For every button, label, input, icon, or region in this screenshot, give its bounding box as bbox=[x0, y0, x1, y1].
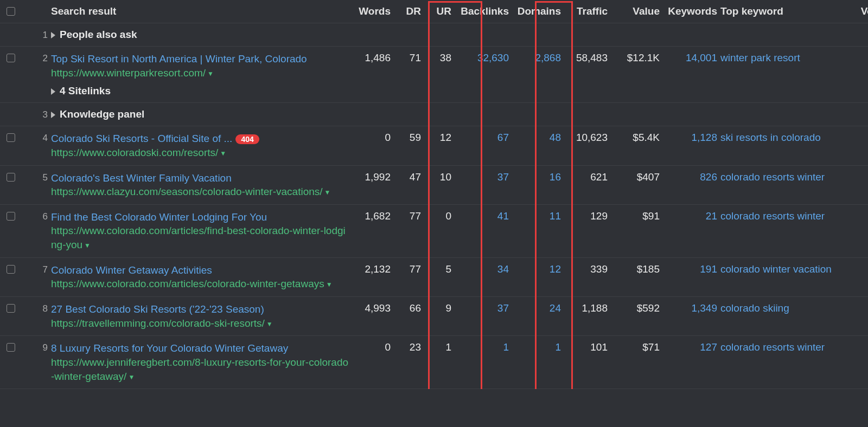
top-keyword-link[interactable]: colorado skiing bbox=[720, 302, 845, 314]
col-backlinks[interactable]: Backlinks bbox=[455, 5, 509, 17]
metric-keywords[interactable]: 1,349 bbox=[663, 302, 717, 314]
metric-traffic: 10,623 bbox=[564, 132, 608, 144]
metric-domains[interactable]: 1 bbox=[512, 341, 561, 353]
rank-number: 9 bbox=[31, 341, 48, 353]
col-traffic[interactable]: Traffic bbox=[564, 5, 608, 17]
metric-backlinks[interactable]: 1 bbox=[455, 341, 509, 353]
table-header-row: Search result Words DR UR Backlinks Doma… bbox=[0, 0, 868, 23]
metric-keywords[interactable]: 826 bbox=[663, 171, 717, 183]
result-url[interactable]: https://travellemming.com/colorado-ski-r… bbox=[51, 318, 265, 329]
url-dropdown-icon[interactable]: ▼ bbox=[84, 242, 91, 249]
row-checkbox[interactable] bbox=[7, 304, 15, 313]
search-result-cell: Colorado Ski Resorts - Official Site of … bbox=[51, 132, 349, 159]
col-search-result[interactable]: Search result bbox=[51, 5, 349, 17]
result-url[interactable]: https://www.colorado.com/articles/colora… bbox=[51, 278, 324, 289]
col-keywords[interactable]: Keywords bbox=[663, 5, 717, 17]
row-checkbox[interactable] bbox=[7, 212, 15, 221]
metric-ur: 12 bbox=[424, 132, 451, 144]
row-checkbox[interactable] bbox=[7, 343, 15, 352]
top-keyword-link[interactable]: winter park resort bbox=[720, 52, 845, 64]
row-checkbox[interactable] bbox=[7, 133, 15, 142]
top-keyword-link[interactable]: colorado resorts winter bbox=[720, 210, 845, 222]
result-title-link[interactable]: Colorado's Best Winter Family Vacation bbox=[51, 172, 232, 184]
col-value[interactable]: Value bbox=[611, 5, 660, 17]
result-url[interactable]: https://www.jenniferegbert.com/8-luxury-… bbox=[51, 357, 348, 382]
url-dropdown-icon[interactable]: ▼ bbox=[326, 281, 333, 288]
table-row: 98 Luxury Resorts for Your Colorado Wint… bbox=[0, 336, 868, 389]
col-words[interactable]: Words bbox=[353, 5, 391, 17]
url-dropdown-icon[interactable]: ▼ bbox=[220, 150, 226, 157]
row-checkbox[interactable] bbox=[7, 173, 15, 182]
result-title-link[interactable]: Top Ski Resort in North America | Winter… bbox=[51, 53, 307, 64]
metric-volume: 500 bbox=[848, 171, 868, 183]
search-result-cell: Top Ski Resort in North America | Winter… bbox=[51, 52, 349, 97]
metric-backlinks[interactable]: 41 bbox=[455, 210, 509, 222]
metric-backlinks[interactable]: 37 bbox=[455, 302, 509, 314]
expand-toggle[interactable]: People also ask bbox=[51, 29, 349, 41]
col-ur[interactable]: UR bbox=[424, 5, 451, 17]
metric-domains[interactable]: 24 bbox=[512, 302, 561, 314]
metric-words: 0 bbox=[353, 132, 391, 144]
metric-dr: 77 bbox=[394, 263, 421, 275]
metric-backlinks[interactable]: 67 bbox=[455, 132, 509, 144]
top-keyword-link[interactable]: colorado resorts winter bbox=[720, 341, 845, 353]
caret-right-icon bbox=[51, 112, 55, 118]
metric-volume: 2.9K bbox=[848, 302, 868, 314]
col-domains[interactable]: Domains bbox=[512, 5, 561, 17]
metric-domains[interactable]: 2,868 bbox=[512, 52, 561, 64]
result-url[interactable]: https://www.clazyu.com/seasons/colorado-… bbox=[51, 186, 323, 197]
url-dropdown-icon[interactable]: ▼ bbox=[266, 320, 273, 328]
metric-backlinks[interactable]: 37 bbox=[455, 171, 509, 183]
result-url[interactable]: https://www.colorado.com/articles/find-b… bbox=[51, 225, 346, 250]
search-result-cell: Colorado's Best Winter Family Vacationht… bbox=[51, 171, 349, 199]
top-keyword-link[interactable]: colorado winter vacation bbox=[720, 263, 845, 275]
sitelinks-toggle[interactable]: 4 Sitelinks bbox=[51, 85, 349, 97]
metric-domains[interactable]: 16 bbox=[512, 171, 561, 183]
metric-dr: 23 bbox=[394, 341, 421, 353]
col-dr[interactable]: DR bbox=[394, 5, 421, 17]
metric-words: 1,682 bbox=[353, 210, 391, 222]
metric-keywords[interactable]: 191 bbox=[663, 263, 717, 275]
row-checkbox[interactable] bbox=[7, 265, 15, 274]
metric-domains[interactable]: 12 bbox=[512, 263, 561, 275]
serp-feature-label: Knowledge panel bbox=[60, 108, 144, 120]
metric-domains[interactable]: 48 bbox=[512, 132, 561, 144]
metric-dr: 66 bbox=[394, 302, 421, 314]
rank-number: 8 bbox=[31, 302, 48, 314]
metric-value: $71 bbox=[611, 341, 660, 353]
expand-toggle[interactable]: Knowledge panel bbox=[51, 108, 349, 120]
table-row: 827 Best Colorado Ski Resorts ('22-'23 S… bbox=[0, 297, 868, 336]
metric-backlinks[interactable]: 34 bbox=[455, 263, 509, 275]
url-dropdown-icon[interactable]: ▼ bbox=[207, 70, 214, 77]
result-title-link[interactable]: 8 Luxury Resorts for Your Colorado Winte… bbox=[51, 342, 288, 354]
metric-dr: 47 bbox=[394, 171, 421, 183]
url-dropdown-icon[interactable]: ▼ bbox=[324, 189, 331, 196]
result-title-link[interactable]: 27 Best Colorado Ski Resorts ('22-'23 Se… bbox=[51, 303, 264, 315]
col-volume[interactable]: Volume bbox=[848, 5, 868, 17]
metric-keywords[interactable]: 127 bbox=[663, 341, 717, 353]
top-keyword-link[interactable]: colorado resorts winter bbox=[720, 171, 845, 183]
row-checkbox[interactable] bbox=[7, 54, 15, 62]
url-dropdown-icon[interactable]: ▼ bbox=[128, 373, 135, 381]
table-row: 5Colorado's Best Winter Family Vacationh… bbox=[0, 166, 868, 205]
select-all-checkbox[interactable] bbox=[7, 7, 15, 16]
col-top-keyword[interactable]: Top keyword bbox=[720, 5, 845, 17]
metric-words: 1,486 bbox=[353, 52, 391, 64]
caret-right-icon bbox=[51, 88, 55, 95]
result-url[interactable]: https://www.winterparkresort.com/ bbox=[51, 67, 206, 79]
metric-keywords[interactable]: 1,128 bbox=[663, 132, 717, 144]
result-url[interactable]: https://www.coloradoski.com/resorts/ bbox=[51, 147, 218, 158]
top-keyword-link[interactable]: ski resorts in colorado bbox=[720, 132, 845, 144]
metric-value: $91 bbox=[611, 210, 660, 222]
metric-backlinks[interactable]: 32,630 bbox=[455, 52, 509, 64]
search-result-cell: Knowledge panel bbox=[51, 108, 349, 120]
result-title-link[interactable]: Colorado Winter Getaway Activities bbox=[51, 264, 212, 276]
metric-value: $185 bbox=[611, 263, 660, 275]
serp-table-container: Search result Words DR UR Backlinks Doma… bbox=[0, 0, 868, 389]
metric-domains[interactable]: 11 bbox=[512, 210, 561, 222]
metric-keywords[interactable]: 21 bbox=[663, 210, 717, 222]
metric-keywords[interactable]: 14,001 bbox=[663, 52, 717, 64]
result-title-link[interactable]: Colorado Ski Resorts - Official Site of … bbox=[51, 133, 232, 144]
sitelinks-label: 4 Sitelinks bbox=[60, 85, 111, 96]
result-title-link[interactable]: Find the Best Colorado Winter Lodging Fo… bbox=[51, 211, 267, 223]
